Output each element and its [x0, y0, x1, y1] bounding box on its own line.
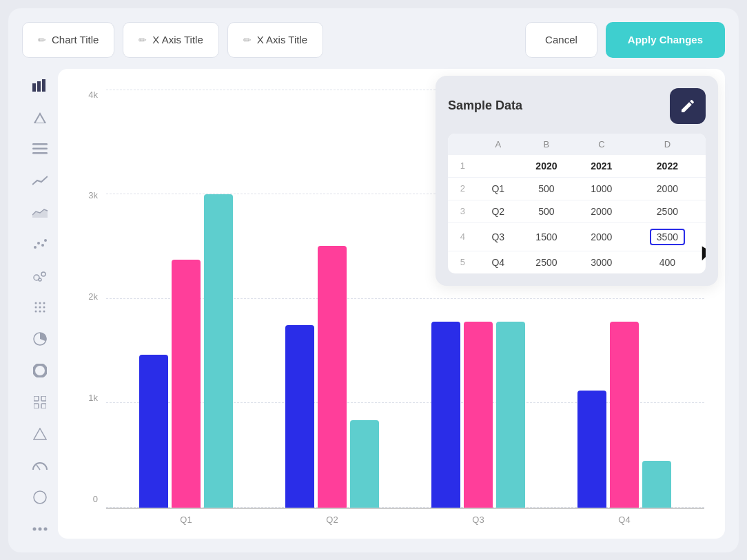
x-label-q3: Q3 — [430, 515, 526, 525]
sidebar-icon-circle[interactable] — [30, 488, 50, 507]
cell-1d[interactable]: 2022 — [629, 155, 706, 178]
sidebar-icon-scatter[interactable] — [30, 234, 50, 253]
y-label-1k: 1k — [88, 393, 98, 403]
chart-title-button[interactable]: ✏ Chart Title — [22, 22, 114, 58]
cell-4d[interactable]: 3500 — [629, 223, 706, 251]
cell-3b[interactable]: 500 — [519, 200, 574, 223]
sample-data-panel: Sample Data A B C D — [436, 76, 718, 286]
svg-point-20 — [35, 310, 37, 312]
sidebar-icon-bubble[interactable] — [30, 266, 50, 285]
y-axis: 4k 3k 2k 1k 0 — [72, 90, 106, 525]
svg-rect-27 — [41, 396, 46, 401]
edit-icon-xaxis1: ✏ — [139, 34, 147, 45]
svg-point-12 — [41, 272, 45, 276]
svg-point-25 — [37, 367, 43, 374]
chart-title-label: Chart Title — [52, 34, 99, 45]
cell-1b[interactable]: 2020 — [519, 155, 574, 178]
bar-q2-blue — [285, 325, 314, 508]
svg-marker-3 — [34, 114, 45, 123]
sidebar-icon-mountain[interactable] — [30, 107, 50, 127]
sidebar-icon-line[interactable] — [30, 171, 50, 190]
svg-point-22 — [43, 310, 45, 312]
bar-group-q1 — [139, 194, 233, 508]
svg-rect-0 — [32, 83, 36, 92]
apply-label: Apply Changes — [628, 34, 703, 45]
row-num-3: 3 — [448, 200, 478, 223]
sidebar-icon-grid[interactable] — [30, 393, 50, 412]
bar-group-q2 — [285, 246, 379, 508]
svg-point-33 — [33, 527, 37, 530]
x-label-q2: Q2 — [284, 515, 380, 525]
x-axis-title-button-1[interactable]: ✏ X Axis Title — [123, 22, 218, 58]
cell-2d[interactable]: 2000 — [629, 178, 706, 200]
cell-4b[interactable]: 1500 — [519, 223, 574, 251]
svg-point-15 — [39, 302, 41, 304]
bar-q3-teal — [496, 322, 525, 508]
sidebar-icon-donut[interactable] — [30, 361, 50, 380]
sidebar-icon-dot-grid[interactable] — [30, 298, 50, 317]
svg-point-34 — [39, 527, 42, 530]
cell-5c[interactable]: 3000 — [574, 251, 629, 273]
cell-5a[interactable]: Q4 — [478, 251, 519, 273]
chart-area: 4k 3k 2k 1k 0 — [58, 69, 725, 539]
sidebar-icon-bar-chart[interactable] — [30, 76, 50, 95]
svg-point-18 — [39, 306, 41, 308]
main-container: ✏ Chart Title ✏ X Axis Title ✏ X Axis Ti… — [8, 8, 739, 552]
cell-3a[interactable]: Q2 — [478, 200, 519, 223]
sidebar-icon-list[interactable] — [30, 139, 50, 158]
cell-4a[interactable]: Q3 — [478, 223, 519, 251]
edit-icon-chart: ✏ — [38, 34, 46, 45]
row-num-5: 5 — [448, 251, 478, 273]
x-label-q4: Q4 — [576, 515, 673, 525]
toolbar: ✏ Chart Title ✏ X Axis Title ✏ X Axis Ti… — [22, 22, 725, 58]
row-num-1: 1 — [448, 155, 478, 178]
col-header-a: A — [478, 134, 519, 155]
apply-button[interactable]: Apply Changes — [606, 22, 725, 58]
cell-3c[interactable]: 2000 — [574, 200, 629, 223]
table-row: 1 2020 2021 2022 — [448, 155, 706, 178]
cell-5d[interactable]: 400 — [629, 251, 706, 273]
cancel-button[interactable]: Cancel — [525, 22, 597, 58]
content-area: 4k 3k 2k 1k 0 — [22, 69, 725, 539]
bar-q4-pink — [610, 322, 639, 508]
x-axis-title-button-2[interactable]: ✏ X Axis Title — [227, 22, 323, 58]
table-row: 5 Q4 2500 3000 400 — [448, 251, 706, 273]
svg-point-10 — [44, 239, 47, 242]
cell-2c[interactable]: 1000 — [574, 178, 629, 200]
cell-4d-value: 3500 — [650, 229, 685, 245]
cancel-label: Cancel — [545, 34, 577, 45]
sidebar-icon-gauge[interactable] — [30, 456, 50, 475]
panel-header: Sample Data — [448, 88, 706, 124]
y-label-0: 0 — [93, 494, 98, 504]
table-row: 2 Q1 500 1000 2000 — [448, 178, 706, 200]
sidebar-icon-triangle[interactable] — [30, 424, 50, 444]
x-axis: Q1 Q2 Q3 Q4 — [106, 509, 704, 525]
panel-edit-button[interactable] — [670, 88, 706, 124]
svg-point-17 — [35, 306, 37, 308]
sidebar-icon-pie[interactable] — [30, 329, 50, 349]
cell-2b[interactable]: 500 — [519, 178, 574, 200]
svg-rect-4 — [32, 143, 48, 145]
bar-q1-teal — [204, 194, 233, 508]
bar-q3-pink — [464, 322, 493, 508]
sidebar-icon-more[interactable] — [30, 519, 50, 539]
cell-5b[interactable]: 2500 — [519, 251, 574, 273]
cell-3d[interactable]: 2500 — [629, 200, 706, 223]
data-table: A B C D 1 2020 2021 2022 — [448, 134, 706, 273]
cell-4c[interactable]: 2000 — [574, 223, 629, 251]
table-row: 3 Q2 500 2000 2500 — [448, 200, 706, 223]
y-label-4k: 4k — [88, 90, 98, 100]
svg-point-32 — [34, 491, 46, 504]
sidebar-icon-area[interactable] — [30, 203, 50, 222]
svg-rect-5 — [32, 147, 48, 149]
cell-1c[interactable]: 2021 — [574, 155, 629, 178]
svg-point-14 — [35, 302, 37, 304]
sidebar — [22, 69, 58, 539]
svg-rect-2 — [42, 79, 45, 92]
cell-1a[interactable] — [478, 155, 519, 178]
x-axis-title-label-1: X Axis Title — [152, 34, 203, 45]
table-row: 4 Q3 1500 2000 3500 — [448, 223, 706, 251]
svg-point-13 — [39, 278, 41, 281]
col-header-d: D — [629, 134, 706, 155]
cell-2a[interactable]: Q1 — [478, 178, 519, 200]
